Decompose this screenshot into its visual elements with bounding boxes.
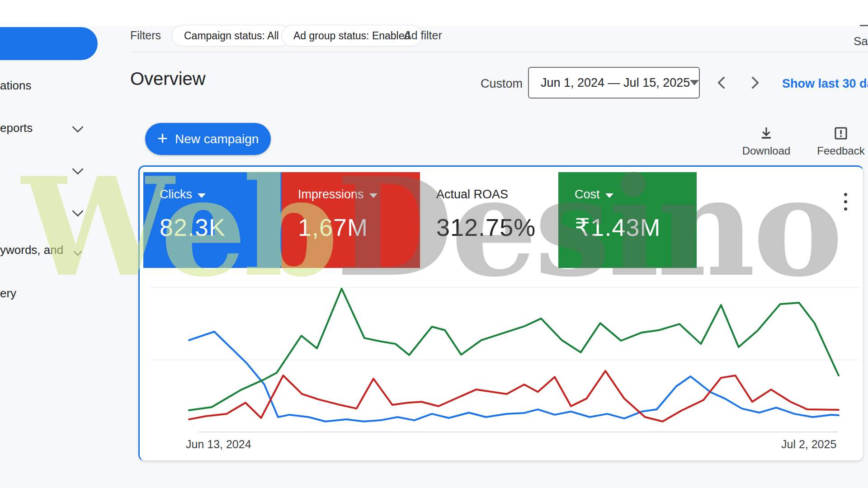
- card-menu-kebab-icon[interactable]: [844, 193, 848, 215]
- dropdown-arrow-icon[interactable]: [605, 193, 613, 198]
- date-range-type-label: Custom: [481, 77, 523, 91]
- metric-value: ₹1.43M: [575, 213, 697, 242]
- save-link[interactable]: Sav: [854, 34, 868, 48]
- chevron-right-icon: [746, 76, 759, 89]
- metric-tile-impressions[interactable]: Impressions 1,67M: [282, 172, 420, 268]
- chart-svg[interactable]: [189, 254, 839, 432]
- google-ads-overview-screen: Filters Campaign status: All Ad group st…: [0, 0, 868, 488]
- show-last-30-days-link[interactable]: Show last 30 days: [782, 77, 868, 91]
- dropdown-arrow-icon: [690, 80, 699, 85]
- metric-label: Impressions: [298, 188, 364, 202]
- metric-tile-actual-roas[interactable]: Actual ROAS 312.75%: [420, 172, 558, 268]
- metric-label: Cost: [575, 188, 600, 202]
- plus-icon: +: [157, 129, 168, 147]
- metric-label: Actual ROAS: [436, 188, 508, 202]
- download-button[interactable]: Download: [737, 126, 796, 157]
- filters-label: Filters: [130, 29, 161, 42]
- metric-value: 82.3K: [160, 213, 282, 241]
- filter-bar-divider: [130, 52, 868, 52]
- metric-value: 1,67M: [298, 213, 420, 241]
- metric-label: Clicks: [160, 188, 192, 202]
- overview-chart-card: Clicks 82.3K Impressions 1,67M Actual RO…: [138, 165, 863, 461]
- filter-chip-campaign-status[interactable]: Campaign status: All: [172, 25, 291, 47]
- chart-line-cost: [189, 289, 839, 410]
- filter-chip-ad-group-status[interactable]: Ad group status: Enabled: [281, 25, 422, 47]
- sidebar-item-recommendations[interactable]: ations: [0, 79, 31, 93]
- ad-filter-item[interactable]: Ad filter: [404, 29, 442, 42]
- sidebar-active-item-highlight[interactable]: [0, 27, 98, 60]
- dropdown-arrow-icon[interactable]: [198, 193, 206, 198]
- x-axis-end-label: Jul 2, 2025: [781, 438, 836, 451]
- date-range-value: Jun 1, 2024 — Jul 15, 2025: [541, 76, 690, 90]
- new-campaign-button[interactable]: + New campaign: [145, 123, 271, 155]
- chevron-left-icon: [717, 76, 730, 89]
- date-range-picker[interactable]: Jun 1, 2024 — Jul 15, 2025: [528, 67, 700, 99]
- metric-tile-clicks[interactable]: Clicks 82.3K: [143, 172, 282, 268]
- feedback-button[interactable]: Feedback: [811, 126, 868, 157]
- page-title: Overview: [130, 69, 206, 89]
- top-white-strip: [0, 0, 868, 26]
- x-axis-start-label: Jun 13, 2024: [186, 438, 251, 451]
- feedback-label: Feedback: [811, 145, 868, 157]
- feedback-icon: [833, 126, 849, 141]
- metric-value: 312.75%: [436, 213, 558, 241]
- sidebar-item-query[interactable]: ery: [0, 286, 16, 300]
- dropdown-arrow-icon[interactable]: [369, 193, 377, 198]
- sidebar-item-reports[interactable]: eports: [0, 121, 33, 135]
- previous-period-button[interactable]: [717, 76, 731, 89]
- sidebar-item-keywords[interactable]: ywords, and: [0, 243, 63, 257]
- download-icon: [759, 126, 774, 141]
- truncated-icon: [860, 25, 868, 26]
- new-campaign-label: New campaign: [175, 132, 259, 146]
- download-label: Download: [737, 145, 796, 157]
- metric-tile-cost[interactable]: Cost ₹1.43M: [558, 172, 697, 268]
- next-period-button[interactable]: [746, 76, 760, 89]
